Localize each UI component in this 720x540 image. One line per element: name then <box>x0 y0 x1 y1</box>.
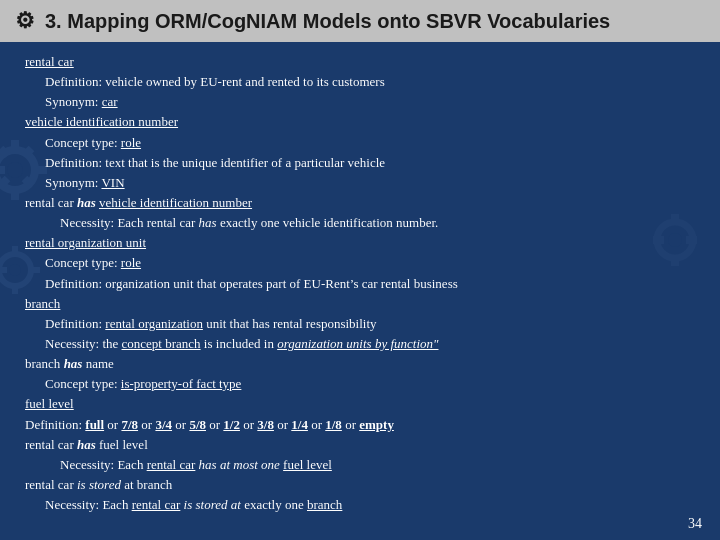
content-line: Synonym: VIN <box>45 173 700 193</box>
svg-rect-12 <box>12 284 18 294</box>
text-part: Necessity: Each <box>60 457 147 472</box>
text-part: is-property-of fact type <box>121 376 242 391</box>
text-part: Necessity: the <box>45 336 122 351</box>
content-line: Concept type: role <box>45 253 700 273</box>
svg-rect-3 <box>0 166 5 174</box>
text-part: fuel level <box>25 396 74 411</box>
text-part: 5/8 <box>189 417 206 432</box>
text-part: exactly one vehicle identification numbe… <box>217 215 439 230</box>
text-part: has <box>64 356 83 371</box>
text-part: or <box>308 417 325 432</box>
content-line: rental car is stored at branch <box>25 475 700 495</box>
text-part: rental car <box>25 477 77 492</box>
content-line: Necessity: the concept branch is include… <box>45 334 700 354</box>
svg-point-9 <box>7 162 23 178</box>
gear-icon-left <box>0 120 75 320</box>
text-part: 3/4 <box>155 417 172 432</box>
text-part: or <box>342 417 359 432</box>
header: ⚙ 3. Mapping ORM/CogNIAM Models onto SBV… <box>0 0 720 42</box>
content-line: rental car <box>25 52 700 72</box>
text-part: organization units by function" <box>277 336 438 351</box>
text-part: fuel level <box>96 437 148 452</box>
text-part: name <box>82 356 113 371</box>
text-part: Definition: organization unit that opera… <box>45 276 458 291</box>
text-part: Definition: text that is the unique iden… <box>45 155 385 170</box>
svg-rect-17 <box>671 214 679 225</box>
text-part: or <box>274 417 291 432</box>
text-part: 1/2 <box>223 417 240 432</box>
text-part: 3/8 <box>257 417 274 432</box>
text-part: is stored at <box>184 497 241 512</box>
text-part: Concept type: <box>45 376 121 391</box>
text-part: empty <box>359 417 394 432</box>
svg-rect-11 <box>12 246 18 256</box>
content-line: rental car has vehicle identification nu… <box>25 193 700 213</box>
text-part: or <box>104 417 121 432</box>
content-line: fuel level <box>25 394 700 414</box>
text-part: or <box>138 417 155 432</box>
content-line: Necessity: Each rental car has exactly o… <box>60 213 700 233</box>
content-line: branch has name <box>25 354 700 374</box>
text-part: Definition: vehicle owned by EU-rent and… <box>45 74 385 89</box>
text-part: concept branch <box>122 336 201 351</box>
text-part: rental car <box>25 54 74 69</box>
text-part: 7/8 <box>121 417 138 432</box>
content-line: Definition: vehicle owned by EU-rent and… <box>45 72 700 92</box>
svg-rect-2 <box>11 188 19 200</box>
svg-rect-4 <box>35 166 47 174</box>
text-part: or <box>172 417 189 432</box>
text-part: unit that has rental responsibility <box>203 316 377 331</box>
text-part: VIN <box>101 175 124 190</box>
content-line: Definition: text that is the unique iden… <box>45 153 700 173</box>
svg-rect-20 <box>686 236 697 244</box>
page-number: 34 <box>688 516 702 532</box>
content-line: Definition: full or 7/8 or 3/4 or 5/8 or… <box>25 415 700 435</box>
text-part: Necessity: Each <box>45 497 132 512</box>
text-part: rental car <box>132 497 181 512</box>
content-line: vehicle identification number <box>25 112 700 132</box>
content-line: Necessity: Each rental car is stored at … <box>45 495 700 515</box>
text-part: at branch <box>121 477 172 492</box>
svg-point-15 <box>9 264 21 276</box>
content-line: Necessity: Each rental car has at most o… <box>60 455 700 475</box>
text-part: branch <box>307 497 342 512</box>
svg-rect-18 <box>671 255 679 266</box>
text-part: Synonym: <box>45 94 102 109</box>
text-part: role <box>121 255 141 270</box>
content-line: Concept type: is-property-of fact type <box>45 374 700 394</box>
content-line: Concept type: role <box>45 133 700 153</box>
text-part: Necessity: Each rental car <box>60 215 199 230</box>
content-area: rental carDefinition: vehicle owned by E… <box>0 42 720 525</box>
text-part: has <box>77 437 96 452</box>
svg-rect-14 <box>30 267 40 273</box>
text-part: vehicle identification number <box>99 195 252 210</box>
text-part: or <box>206 417 223 432</box>
gear-icon-right <box>635 200 715 350</box>
text-part: rental car <box>25 437 77 452</box>
text-part: role <box>121 135 141 150</box>
text-part: Definition: <box>25 417 85 432</box>
header-icon: ⚙ <box>15 8 35 34</box>
text-part: rental car <box>147 457 196 472</box>
content-line: rental organization unit <box>25 233 700 253</box>
content-line: rental car has fuel level <box>25 435 700 455</box>
text-part: has <box>77 195 96 210</box>
text-part: car <box>102 94 118 109</box>
content-line: Definition: organization unit that opera… <box>45 274 700 294</box>
svg-rect-1 <box>11 140 19 152</box>
text-part: has <box>199 215 217 230</box>
content-line: Synonym: car <box>45 92 700 112</box>
text-part: branch <box>25 356 64 371</box>
svg-point-21 <box>668 233 682 247</box>
content-line: branch <box>25 294 700 314</box>
text-part: is included in <box>201 336 278 351</box>
content-line: Definition: rental organization unit tha… <box>45 314 700 334</box>
text-part: full <box>85 417 104 432</box>
text-part: exactly one <box>241 497 307 512</box>
text-part: or <box>240 417 257 432</box>
text-part: 1/8 <box>325 417 342 432</box>
text-part: rental organization <box>105 316 203 331</box>
text-part: 1/4 <box>291 417 308 432</box>
text-part: fuel level <box>283 457 332 472</box>
svg-rect-19 <box>653 236 664 244</box>
